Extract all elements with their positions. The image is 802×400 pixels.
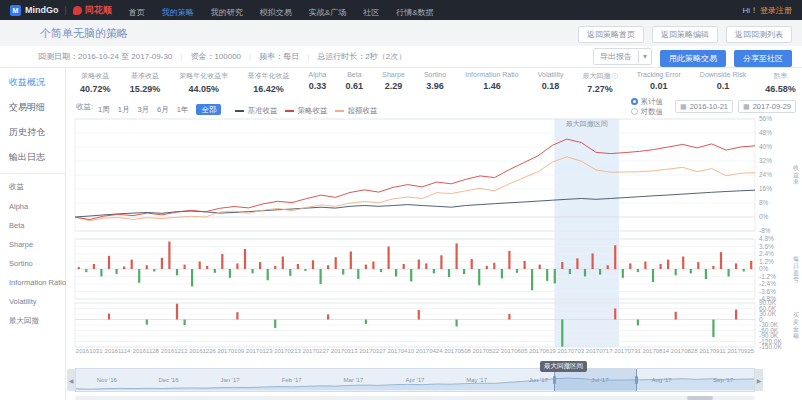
navigator-left-handle[interactable] (553, 376, 556, 384)
action-button-1[interactable]: 用此策略交易 (660, 50, 726, 67)
metric-label: 最大回撤ⓘ (583, 71, 618, 81)
sidebar-metric-5[interactable]: Sortino (0, 254, 65, 273)
nav-item-6[interactable]: 社区 (363, 8, 379, 17)
x-tick-label: 20161128 (133, 348, 160, 354)
x-tick-label: 20161031 (76, 348, 103, 354)
y-tick-label: 4.8% (759, 235, 774, 242)
nav-item-5[interactable]: 实战&广场 (309, 8, 346, 17)
legend-item-1[interactable]: 基准收益 (235, 106, 277, 116)
range-button-5[interactable]: 1年 (177, 105, 189, 114)
metric-value: 0.61 (346, 81, 364, 91)
nav-item-7[interactable]: 行情&数据 (396, 8, 433, 17)
login-link[interactable]: 登录注册 (760, 5, 792, 16)
action-button-2[interactable]: 分享至社区 (734, 50, 792, 67)
sidebar-metric-6[interactable]: Information Ratio (0, 273, 65, 292)
x-tick-label: 20170828 (671, 348, 698, 354)
sidebar-item-4[interactable]: 输出日志 (0, 145, 65, 170)
sidebar-metric-1[interactable]: 收益 (0, 177, 65, 197)
sidebar-item-1[interactable]: 收益概况 (0, 70, 65, 95)
metric-value: 0.01 (637, 81, 681, 91)
end-date-input[interactable]: ▦ 2017-09-29 (738, 100, 796, 113)
y-tick-label: 16% (759, 185, 772, 192)
x-tick-label: 20170123 (246, 348, 273, 354)
radio-icon (631, 108, 638, 115)
brand-area[interactable]: M MindGo | 同花顺 (10, 4, 112, 17)
info-item-1: 回测日期：2016-10-24 至 2017-09-30 (38, 51, 172, 62)
max-drawdown-tooltip: 最大回撤区间 (540, 361, 587, 372)
back-button-2[interactable]: 返回策略编辑 (652, 26, 718, 43)
sidebar-metric-2[interactable]: Alpha (0, 197, 65, 216)
backtest-chart: 最大回撤区间56%48%40%32%24%16%8%0%-8%收益率4.8%3.… (66, 115, 802, 355)
range-button-6[interactable]: 全部 (196, 104, 221, 115)
info-icon[interactable]: ⓘ (612, 73, 618, 79)
navigator-right-arrow-icon[interactable]: ▶ (755, 369, 763, 391)
sidebar-metric-8[interactable]: 最大回撤 (0, 311, 65, 331)
y-tick-label: 40% (759, 143, 772, 150)
sidebar-metric-3[interactable]: Beta (0, 216, 65, 235)
x-tick-label: 20170424 (416, 348, 443, 354)
metric-2: 基准收益15.29% (130, 71, 161, 94)
chevron-down-icon[interactable]: ▾ (638, 50, 651, 63)
login-area: Hi！ 登录注册 (742, 5, 792, 16)
metric-label: 胜率 (765, 71, 796, 81)
metric-value: 0.18 (538, 81, 564, 91)
calendar-icon: ▦ (743, 103, 750, 111)
left-sidebar: 收益概况交易明细历史持仓输出日志收益AlphaBetaSharpeSortino… (0, 68, 66, 400)
y-tick-label: 48% (759, 129, 772, 136)
y-axis-title-char: 益 (793, 172, 799, 178)
sidebar-divider (0, 173, 65, 174)
range-button-4[interactable]: 6月 (157, 105, 169, 114)
value-mode-1[interactable]: 累计值 (631, 97, 664, 107)
y-tick-label: 32% (759, 157, 772, 164)
y-tick-label: -150.0K (759, 343, 782, 350)
main-nav: 首页我的策略我的研究模拟交易实战&广场社区行情&数据 (112, 1, 434, 19)
tonghuashun-logo-icon (73, 6, 82, 15)
scrollbar-thumb[interactable] (687, 396, 713, 400)
metric-13: Downside Risk0.1 (700, 71, 746, 94)
nav-item-4[interactable]: 模拟交易 (260, 8, 292, 17)
y-axis-title-char: 金 (792, 326, 799, 332)
top-navbar: M MindGo | 同花顺 首页我的策略我的研究模拟交易实战&广场社区行情&数… (0, 0, 802, 20)
navigator-month-label: May '17 (466, 377, 487, 383)
navigator-month-label: Mar '17 (343, 377, 363, 383)
start-date-input[interactable]: ▦ 2016-10-21 (675, 100, 733, 113)
back-button-1[interactable]: 返回策略首页 (578, 26, 644, 43)
legend-item-3[interactable]: 超额收益 (335, 106, 377, 116)
x-tick-label: 20170508 (444, 348, 471, 354)
range-button-1[interactable]: 1周 (98, 105, 110, 114)
metric-12: Tracking Error0.01 (637, 71, 681, 94)
y-axis-title-char: 亏 (793, 276, 799, 284)
range-button-3[interactable]: 3月 (137, 105, 149, 114)
y-tick-label: -2.4% (759, 280, 776, 287)
nav-item-2[interactable]: 我的策略 (162, 8, 194, 17)
sidebar-metric-4[interactable]: Sharpe (0, 235, 65, 254)
y-axis-title-char: 日 (793, 263, 799, 270)
navigator-selection-window[interactable] (554, 369, 637, 391)
navigator-month-label: Feb '17 (282, 377, 302, 383)
sidebar-item-3[interactable]: 历史持仓 (0, 120, 65, 145)
metric-1: 策略收益40.72% (80, 71, 111, 94)
horizontal-scrollbar[interactable] (75, 396, 755, 400)
range-button-2[interactable]: 1月 (118, 105, 130, 114)
y-axis-title-char: 买 (793, 312, 799, 318)
x-tick-label: 20170109 (217, 348, 244, 354)
sidebar-item-2[interactable]: 交易明细 (0, 95, 65, 120)
navigator-left-arrow-icon[interactable]: ◀ (67, 369, 75, 391)
info-separator: | (307, 52, 309, 61)
y-axis-title-char: 卖 (793, 319, 799, 325)
sidebar-metric-7[interactable]: Volatility (0, 292, 65, 311)
legend-item-2[interactable]: 策略收益 (285, 106, 327, 116)
metric-8: Sortino3.96 (424, 71, 446, 94)
export-button[interactable]: 导出报告 ▾ (593, 48, 652, 65)
x-tick-label: 20161212 (161, 348, 188, 354)
timeline-navigator[interactable]: ◀ ▶ Nov '16Dec '16Jan '17Feb '17Mar '17A… (75, 368, 755, 392)
nav-item-3[interactable]: 我的研究 (211, 8, 243, 17)
nav-item-1[interactable]: 首页 (129, 8, 145, 17)
y-tick-label: -3.6% (759, 288, 776, 295)
back-button-3[interactable]: 返回回测列表 (726, 26, 792, 43)
navigator-right-handle[interactable] (635, 376, 638, 384)
y-tick-label: 8% (759, 199, 769, 206)
partner-brand-name: 同花顺 (85, 4, 112, 17)
legend-label: 基准收益 (247, 106, 277, 116)
y-axis-title-char: 每 (793, 256, 799, 263)
